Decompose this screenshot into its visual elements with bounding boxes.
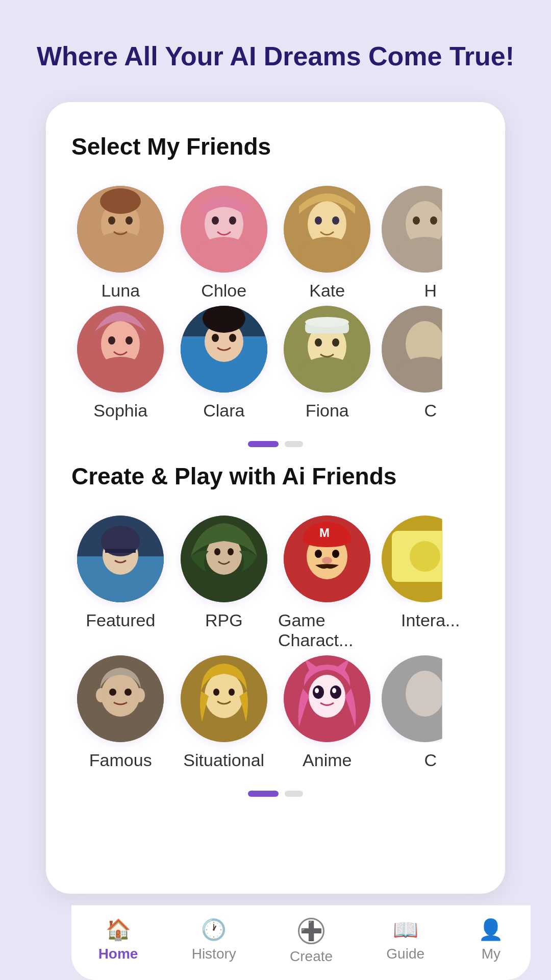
svg-point-18 [397, 237, 453, 273]
kate-name: Kate [309, 281, 345, 301]
friend-fiona[interactable]: Fiona [278, 306, 377, 421]
create-play-section: Create & Play with Ai Friends [71, 462, 480, 797]
c-avatar-outer [382, 306, 480, 393]
c2-name: C [424, 750, 437, 770]
friends-pagination [71, 441, 480, 447]
nav-guide[interactable]: 📖 Guide [386, 918, 424, 965]
luna-avatar [77, 186, 164, 273]
c2-avatar-outer [382, 655, 480, 742]
interactive-avatar [382, 516, 468, 602]
category-situational[interactable]: Situational [175, 655, 273, 770]
c-avatar [382, 306, 468, 393]
svg-point-41 [397, 357, 453, 393]
svg-point-72 [229, 689, 235, 696]
game-avatar: M [284, 516, 370, 602]
history-icon: 🕐 [201, 918, 227, 942]
svg-point-80 [406, 671, 444, 717]
nav-create[interactable]: ➕ Create [290, 918, 333, 965]
create-play-title: Create & Play with Ai Friends [71, 462, 480, 490]
svg-rect-48 [105, 549, 136, 553]
friend-c-partial: C [382, 306, 480, 421]
svg-point-56 [332, 550, 339, 558]
sophia-name: Sophia [93, 401, 147, 421]
h-avatar-outer [382, 186, 480, 273]
page-tagline: Where All Your AI Dreams Come True! [16, 41, 535, 71]
svg-point-29 [212, 334, 219, 342]
game-name: Game Charact... [278, 610, 377, 650]
svg-point-36 [332, 338, 339, 347]
svg-point-77 [315, 688, 319, 693]
svg-point-71 [213, 689, 219, 696]
svg-point-13 [299, 237, 355, 273]
nav-history[interactable]: 🕐 History [192, 918, 236, 965]
friend-luna[interactable]: Luna [71, 186, 170, 301]
cat-dot-2[interactable] [285, 791, 303, 797]
categories-row-2: Famous Situational [71, 655, 480, 770]
home-icon: 🏠 [106, 918, 131, 942]
svg-point-25 [126, 336, 133, 345]
svg-point-51 [214, 548, 220, 555]
my-icon: 👤 [478, 918, 504, 942]
friends-row-1: Luna Chloe [71, 186, 480, 301]
friend-kate[interactable]: Kate [278, 186, 377, 301]
rpg-name: RPG [205, 610, 243, 630]
svg-point-5 [100, 188, 141, 214]
svg-point-34 [299, 357, 355, 393]
guide-icon: 📖 [393, 918, 418, 942]
svg-point-38 [305, 317, 349, 327]
featured-name: Featured [86, 610, 155, 630]
category-rpg[interactable]: RPG [175, 516, 273, 650]
svg-point-10 [229, 216, 236, 225]
interactive-name: Intera... [401, 610, 460, 630]
svg-point-8 [196, 237, 252, 273]
svg-point-66 [124, 689, 132, 696]
cat-dot-1[interactable] [248, 791, 279, 797]
clara-name: Clara [203, 401, 244, 421]
create-label: Create [290, 948, 333, 965]
dot-2[interactable] [285, 441, 303, 447]
category-game[interactable]: M Game Charact... [278, 516, 377, 650]
svg-point-52 [228, 548, 234, 555]
svg-point-65 [109, 689, 116, 696]
c2-avatar [382, 655, 468, 742]
svg-point-15 [332, 216, 339, 225]
bottom-nav: 🏠 Home 🕐 History ➕ Create 📖 Guide 👤 My [71, 905, 531, 980]
famous-name: Famous [89, 750, 152, 770]
friend-sophia[interactable]: Sophia [71, 306, 170, 421]
svg-point-78 [332, 688, 336, 693]
svg-point-55 [315, 550, 322, 558]
home-label: Home [98, 946, 138, 962]
svg-point-70 [205, 672, 243, 718]
svg-point-9 [212, 216, 219, 225]
dot-1[interactable] [248, 441, 279, 447]
main-card: Select My Friends Luna [46, 102, 505, 894]
svg-point-68 [135, 688, 145, 702]
nav-home[interactable]: 🏠 Home [98, 918, 138, 965]
category-famous[interactable]: Famous [71, 655, 170, 770]
h-avatar [382, 186, 468, 273]
select-friends-title: Select My Friends [71, 133, 480, 160]
history-label: History [192, 946, 236, 962]
situational-name: Situational [183, 750, 264, 770]
clara-avatar [181, 306, 267, 393]
category-interactive-partial: Intera... [382, 516, 480, 650]
sophia-avatar [77, 306, 164, 393]
category-anime[interactable]: Anime [278, 655, 377, 770]
kate-avatar [284, 186, 370, 273]
friend-chloe[interactable]: Chloe [175, 186, 273, 301]
interactive-outer [382, 516, 480, 602]
svg-point-57 [322, 557, 332, 564]
anime-name: Anime [303, 750, 352, 770]
svg-point-2 [92, 232, 148, 273]
svg-point-62 [410, 541, 440, 572]
nav-my[interactable]: 👤 My [478, 918, 504, 965]
friend-clara[interactable]: Clara [175, 306, 273, 421]
svg-point-14 [315, 216, 322, 225]
svg-point-4 [126, 216, 133, 225]
category-featured[interactable]: Featured [71, 516, 170, 650]
fiona-avatar [284, 306, 370, 393]
svg-point-30 [229, 334, 236, 342]
svg-point-67 [96, 688, 106, 702]
chloe-avatar [181, 186, 267, 273]
anime-avatar [284, 655, 370, 742]
